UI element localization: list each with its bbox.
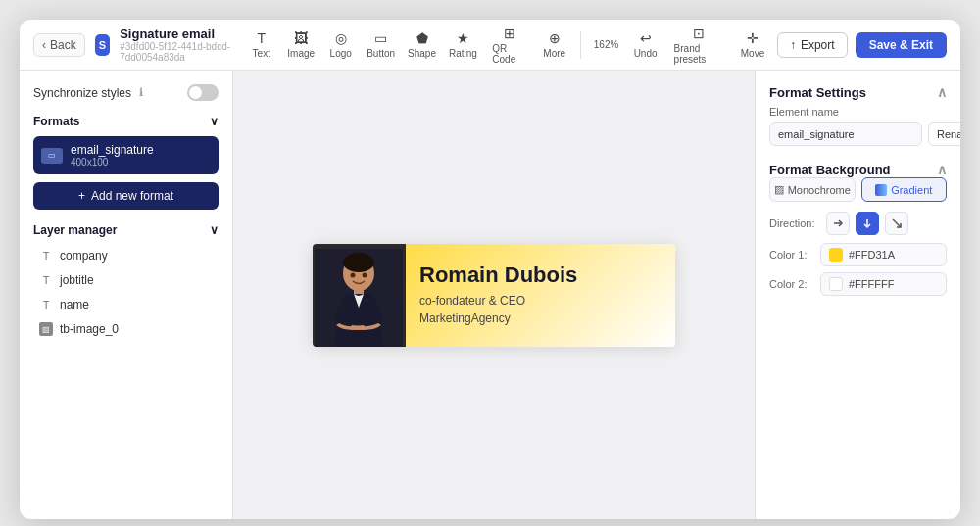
save-exit-button[interactable]: Save & Exit — [856, 32, 947, 58]
element-name-input[interactable] — [769, 122, 922, 146]
toggle-knob — [189, 86, 202, 99]
element-name-row: Rename — [769, 122, 947, 146]
format-settings-collapse-icon[interactable]: ∧ — [937, 84, 947, 100]
topbar: ‹ Back S Signature email #3dfd00-5f12-44… — [20, 20, 960, 71]
gradient-button[interactable]: Gradient — [861, 177, 948, 202]
export-icon: ↑ — [790, 38, 796, 52]
text-icon: T — [257, 30, 266, 46]
format-bg-header: Format Background ∧ — [769, 162, 947, 177]
monochrome-button[interactable]: ▨ Monochrome — [769, 177, 856, 202]
layer-jobtitle-label: jobtitle — [60, 273, 94, 287]
person-svg — [315, 249, 403, 347]
add-format-label: Add new format — [91, 189, 173, 203]
direction-row: Direction: — [769, 212, 947, 235]
topbar-tools: T Text 🖼 Image ◎ Logo ▭ Button ⬟ Shape ★ — [244, 22, 770, 69]
tool-shape[interactable]: ⬟ Shape — [404, 26, 441, 63]
more-icon: ⊕ — [549, 30, 561, 46]
layer-name-label: name — [60, 298, 89, 311]
formats-header[interactable]: Formats ∨ — [33, 115, 219, 128]
layer-item-name[interactable]: T name — [33, 294, 219, 315]
rename-button[interactable]: Rename — [928, 122, 960, 146]
add-format-button[interactable]: + Add new format — [33, 182, 219, 210]
export-button[interactable]: ↑ Export — [777, 32, 848, 58]
sync-toggle[interactable] — [187, 84, 219, 101]
svg-line-8 — [893, 219, 901, 227]
zoom-control[interactable]: 162% — [589, 35, 624, 54]
direction-buttons — [826, 212, 908, 235]
color1-input[interactable]: #FFD31A — [820, 243, 947, 266]
layer-item-jobtitle[interactable]: T jobtitle — [33, 269, 219, 291]
sync-row: Synchronize styles ℹ — [33, 84, 219, 101]
format-settings-header: Format Settings ∧ — [769, 84, 947, 100]
direction-top-bottom[interactable] — [856, 212, 879, 235]
color2-label: Color 2: — [769, 278, 812, 290]
brand-presets-button[interactable]: ⊡ Brand presets — [667, 22, 731, 69]
format-item[interactable]: ▭ email_signature 400x100 — [33, 136, 219, 174]
tool-logo-label: Logo — [330, 48, 352, 59]
logo-icon: ◎ — [335, 30, 347, 46]
rating-icon: ★ — [457, 30, 469, 46]
layer-text-icon-3: T — [39, 299, 53, 311]
color1-hex: #FFD31A — [849, 249, 895, 261]
format-settings-section: Format Settings ∧ Element name Rename — [769, 84, 947, 146]
zoom-value: 162% — [594, 39, 619, 50]
layer-text-icon-2: T — [39, 274, 53, 286]
brand-presets-icon: ⊡ — [693, 25, 705, 41]
color2-input[interactable]: #FFFFFF — [820, 272, 947, 296]
format-item-icon: ▭ — [41, 148, 63, 164]
format-item-text: email_signature 400x100 — [71, 143, 154, 167]
move-button[interactable]: ✛ Move — [735, 26, 770, 63]
button-icon: ▭ — [374, 30, 387, 46]
tool-rating-label: Rating — [449, 48, 477, 59]
layer-manager-collapse-icon: ∨ — [210, 223, 219, 237]
color1-swatch — [829, 248, 843, 262]
undo-label: Undo — [634, 48, 658, 59]
element-name-label: Element name — [769, 106, 947, 118]
layer-item-image[interactable]: ▨ tb-image_0 — [33, 318, 219, 340]
color2-row: Color 2: #FFFFFF — [769, 272, 947, 296]
color2-hex: #FFFFFF — [849, 278, 894, 290]
format-item-name: email_signature — [71, 143, 154, 157]
sig-name: Romain Dubois — [419, 263, 662, 288]
back-button[interactable]: ‹ Back — [33, 33, 85, 57]
tool-qrcode[interactable]: ⊞ QR Code — [485, 22, 532, 69]
app-logo: S — [95, 34, 111, 56]
direction-left-right[interactable] — [826, 212, 850, 235]
doc-id: #3dfd00-5f12-441d-bdcd-7dd0054a83da — [120, 41, 244, 63]
format-bg-collapse-icon[interactable]: ∧ — [937, 162, 947, 177]
direction-label: Direction: — [769, 217, 818, 229]
formats-section: Formats ∨ ▭ email_signature 400x100 + Ad… — [33, 115, 219, 210]
gradient-label: Gradient — [891, 184, 932, 196]
sig-text-area: Romain Dubois co-fondateur & CEO Marketi… — [406, 244, 675, 347]
tool-button[interactable]: ▭ Button — [363, 26, 400, 63]
color1-row: Color 1: #FFD31A — [769, 243, 947, 266]
export-label: Export — [801, 38, 835, 52]
layer-company-label: company — [60, 249, 108, 263]
tool-logo[interactable]: ◎ Logo — [323, 26, 359, 63]
main-body: Synchronize styles ℹ Formats ∨ ▭ email_s… — [20, 71, 960, 519]
svg-point-4 — [351, 272, 356, 277]
undo-button[interactable]: ↩ Undo — [628, 26, 663, 63]
layer-manager-header[interactable]: Layer manager ∨ — [33, 223, 219, 237]
tool-more[interactable]: ⊕ More — [537, 26, 572, 63]
svg-point-2 — [343, 253, 374, 272]
format-background-section: Format Background ∧ ▨ Monochrome Gradien… — [769, 162, 947, 302]
tool-text[interactable]: T Text — [244, 26, 279, 63]
format-settings-label: Format Settings — [769, 85, 866, 100]
tool-rating[interactable]: ★ Rating — [444, 26, 481, 63]
sig-subtitle: co-fondateur & CEO MarketingAgency — [419, 292, 662, 327]
direction-diagonal[interactable] — [885, 212, 908, 235]
sig-photo — [313, 244, 406, 347]
format-bg-label: Format Background — [769, 163, 891, 177]
sync-label: Synchronize styles — [33, 86, 131, 100]
move-icon: ✛ — [747, 30, 759, 46]
top-bottom-icon — [861, 217, 873, 229]
color2-swatch — [829, 277, 843, 291]
tool-image-label: Image — [287, 48, 315, 59]
tool-image[interactable]: 🖼 Image — [283, 26, 319, 63]
tool-button-label: Button — [367, 48, 395, 59]
sig-subtitle-line2: MarketingAgency — [419, 310, 662, 327]
layer-item-company[interactable]: T company — [33, 245, 219, 266]
brand-presets-label: Brand presets — [674, 43, 724, 65]
app-window: ‹ Back S Signature email #3dfd00-5f12-44… — [20, 20, 960, 519]
